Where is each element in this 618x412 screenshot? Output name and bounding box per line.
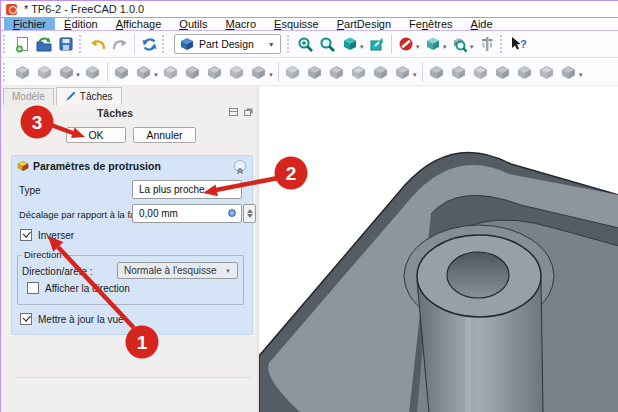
spinner-up-icon[interactable] bbox=[247, 209, 253, 213]
title-bar[interactable]: * TP6-2 - FreeCAD 1.0.0 bbox=[1, 1, 618, 17]
undo-icon bbox=[89, 36, 107, 52]
pad-icon bbox=[285, 65, 300, 80]
create-sketch-button[interactable] bbox=[133, 61, 155, 83]
update-view-label: Mettre à jour la vue bbox=[38, 314, 124, 325]
dialog-header[interactable]: Paramètres de protrusion bbox=[12, 156, 252, 175]
menu-partdesign[interactable]: PartDesign bbox=[328, 18, 400, 30]
chevron-down-icon[interactable]: ▼ bbox=[359, 44, 365, 50]
tab-model[interactable]: Modèle bbox=[3, 88, 54, 105]
clipping-toggle-button[interactable] bbox=[395, 33, 417, 55]
toolbar-separator bbox=[278, 62, 279, 82]
save-icon bbox=[58, 36, 74, 52]
menu-fichier[interactable]: Fichier bbox=[4, 18, 55, 30]
menu-aide[interactable]: Aide bbox=[462, 18, 502, 30]
pad-button[interactable] bbox=[282, 61, 304, 83]
create-body-button[interactable] bbox=[111, 61, 133, 83]
spinner-down-icon[interactable] bbox=[247, 214, 253, 218]
whats-this-button[interactable]: ? bbox=[508, 33, 530, 55]
menu-outils[interactable]: Outils bbox=[170, 18, 216, 30]
subtractive-primitive-button[interactable] bbox=[558, 61, 580, 83]
axonometric-view-button[interactable] bbox=[339, 33, 361, 55]
additive-loft-button[interactable] bbox=[326, 61, 348, 83]
subtractive-loft-button[interactable] bbox=[492, 61, 514, 83]
map-sketch-icon bbox=[185, 65, 200, 80]
cancel-button[interactable]: Annuler bbox=[133, 127, 196, 143]
group-button[interactable] bbox=[33, 61, 55, 83]
subtractive-helix-button[interactable] bbox=[536, 61, 558, 83]
additive-helix-button[interactable] bbox=[370, 61, 392, 83]
pocket-button[interactable] bbox=[426, 61, 448, 83]
type-label: Type bbox=[19, 185, 41, 196]
undock-icon[interactable] bbox=[244, 110, 251, 116]
toolbar-grip[interactable] bbox=[79, 35, 85, 53]
show-direction-checkbox[interactable] bbox=[27, 282, 39, 294]
chevron-down-icon[interactable]: ▼ bbox=[442, 44, 448, 50]
type-combobox[interactable]: La plus proche bbox=[132, 180, 242, 199]
toolbar-grip[interactable] bbox=[287, 35, 293, 53]
menu-fenetres[interactable]: Fenêtres bbox=[400, 18, 461, 30]
sync-view-button[interactable] bbox=[366, 33, 388, 55]
datum-button[interactable] bbox=[248, 61, 270, 83]
refresh-button[interactable] bbox=[138, 33, 160, 55]
menu-affichage[interactable]: Affichage bbox=[107, 18, 171, 30]
chevron-down-icon[interactable]: ▼ bbox=[415, 44, 421, 50]
update-view-checkbox[interactable] bbox=[20, 313, 32, 325]
toolbar-grip[interactable] bbox=[162, 35, 168, 53]
panel-header: Tâches bbox=[1, 105, 257, 121]
pad-icon bbox=[16, 159, 29, 172]
additive-primitive-button[interactable] bbox=[392, 61, 414, 83]
isometric-view-button[interactable] bbox=[422, 33, 444, 55]
chevron-down-icon: ▼ bbox=[225, 268, 231, 274]
toolbar-grip[interactable] bbox=[500, 35, 506, 53]
map-sketch-button[interactable] bbox=[182, 61, 204, 83]
zoom-fit-button[interactable] bbox=[295, 33, 317, 55]
redo-button[interactable] bbox=[109, 33, 131, 55]
export-button[interactable] bbox=[55, 61, 77, 83]
panel-tabs: Modèle Tâches bbox=[1, 87, 122, 105]
offset-spinner[interactable] bbox=[243, 204, 256, 223]
workbench-selected-label: Part Design bbox=[199, 38, 254, 50]
menu-edition[interactable]: Édition bbox=[55, 18, 107, 30]
additive-pipe-button[interactable] bbox=[348, 61, 370, 83]
revolution-button[interactable] bbox=[304, 61, 326, 83]
groove-button[interactable] bbox=[470, 61, 492, 83]
part-button[interactable] bbox=[11, 61, 33, 83]
inverser-checkbox[interactable] bbox=[20, 229, 32, 241]
tab-tasks[interactable]: Tâches bbox=[56, 87, 122, 105]
ok-button[interactable]: OK bbox=[66, 127, 126, 143]
additive-pipe-icon bbox=[351, 65, 366, 80]
toolbar-partdesign: ▼▼▼▼▼ bbox=[1, 59, 618, 86]
chevron-down-icon[interactable]: ▼ bbox=[469, 44, 475, 50]
edit-sketch-button[interactable] bbox=[160, 61, 182, 83]
open-document-icon bbox=[35, 36, 53, 53]
subtractive-pipe-button[interactable] bbox=[514, 61, 536, 83]
inverser-label: Inverser bbox=[38, 230, 74, 241]
type-value: La plus proche bbox=[139, 184, 205, 195]
expression-globe-icon[interactable] bbox=[228, 209, 236, 217]
toolbar-grip[interactable] bbox=[3, 63, 9, 81]
save-button[interactable] bbox=[55, 33, 77, 55]
undo-button[interactable] bbox=[87, 33, 109, 55]
dock-icon[interactable] bbox=[229, 108, 238, 116]
workbench-selector[interactable]: Part Design ▼ bbox=[174, 34, 281, 54]
dialog-title: Paramètres de protrusion bbox=[33, 160, 161, 172]
redo-icon bbox=[111, 36, 129, 52]
hole-icon bbox=[451, 65, 466, 80]
toolbar-grip[interactable] bbox=[3, 35, 9, 53]
carbon-copy-button[interactable] bbox=[226, 61, 248, 83]
menu-esquisse[interactable]: Esquisse bbox=[265, 18, 328, 30]
validate-sketch-button[interactable] bbox=[204, 61, 226, 83]
new-document-button[interactable] bbox=[11, 33, 33, 55]
offset-label: Décalage par rapport à la face bbox=[19, 209, 145, 220]
3d-viewport[interactable] bbox=[259, 86, 618, 412]
collapse-button[interactable] bbox=[234, 160, 246, 172]
measure-button[interactable] bbox=[476, 33, 498, 55]
open-document-button[interactable] bbox=[33, 33, 55, 55]
direction-combobox[interactable]: Normale à l'esquisse ▼ bbox=[117, 262, 238, 279]
zoom-view-button[interactable] bbox=[449, 33, 471, 55]
zoom-selection-button[interactable] bbox=[317, 33, 339, 55]
offset-input[interactable]: 0,00 mm bbox=[132, 204, 242, 223]
expression-button[interactable] bbox=[82, 61, 104, 83]
hole-button[interactable] bbox=[448, 61, 470, 83]
menu-macro[interactable]: Macro bbox=[216, 18, 265, 30]
